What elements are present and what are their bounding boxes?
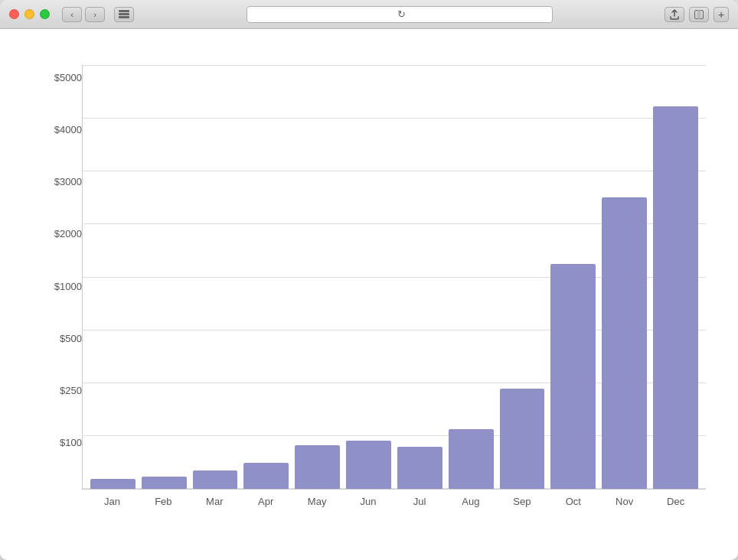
bar-may (295, 445, 340, 489)
chart-area: $5000 $4000 $3000 $2000 $1000 $500 $250 … (32, 65, 706, 524)
x-labels: JanFebMarAprMayJunJulAugSepOctNovDec (82, 490, 706, 524)
bar-aug (449, 429, 494, 489)
chart-plot: JanFebMarAprMayJunJulAugSepOctNovDec (82, 65, 706, 524)
y-label-500: $500 (60, 334, 82, 343)
minimize-button[interactable] (24, 9, 34, 19)
nav-buttons: ‹ › (62, 7, 105, 22)
address-bar-container: ↻ (140, 6, 658, 23)
svg-rect-1 (119, 13, 129, 15)
reload-icon: ↻ (397, 8, 406, 20)
traffic-lights (9, 9, 50, 19)
bar-group (346, 73, 391, 489)
bar-oct (550, 264, 596, 489)
bar-group (653, 73, 698, 489)
svg-rect-4 (697, 10, 701, 18)
bar-jul (397, 447, 442, 489)
chart-container: $5000 $4000 $3000 $2000 $1000 $500 $250 … (32, 65, 706, 524)
x-label-aug: Aug (448, 496, 493, 524)
bar-group (193, 73, 238, 489)
bar-group (142, 73, 187, 489)
bar-group (449, 73, 494, 489)
maximize-button[interactable] (40, 9, 50, 19)
bar-jun (346, 441, 391, 489)
bar-sep (500, 389, 545, 489)
bar-apr (243, 463, 289, 489)
forward-button[interactable]: › (85, 7, 105, 22)
bar-group (243, 73, 289, 489)
bar-feb (142, 477, 187, 489)
address-bar[interactable]: ↻ (247, 6, 553, 23)
bar-group (397, 73, 442, 489)
close-button[interactable] (9, 9, 19, 19)
bars-section (82, 65, 706, 490)
y-label-4000: $4000 (54, 125, 82, 135)
y-label-1000: $1000 (54, 282, 82, 291)
svg-rect-0 (119, 10, 129, 12)
browser-actions: + (665, 7, 729, 22)
x-label-jun: Jun (346, 496, 391, 524)
new-tab-button[interactable]: + (714, 7, 729, 22)
share-button[interactable] (665, 7, 684, 22)
bar-group (500, 73, 545, 489)
bar-dec (653, 106, 698, 489)
bar-group (602, 73, 647, 489)
x-label-mar: Mar (192, 496, 237, 524)
bar-nov (602, 197, 647, 489)
browser-window: ‹ › ↻ (0, 0, 738, 560)
x-label-feb: Feb (141, 496, 186, 524)
bar-mar (193, 470, 238, 489)
bar-group (90, 73, 136, 489)
bars-wrapper (83, 65, 706, 489)
back-button[interactable]: ‹ (62, 7, 82, 22)
x-label-jul: Jul (397, 496, 442, 524)
svg-rect-2 (119, 16, 129, 18)
y-label-100: $100 (60, 438, 82, 448)
y-label-250: $250 (60, 386, 82, 396)
x-label-may: May (295, 496, 340, 524)
bar-jan (90, 479, 136, 489)
y-label-2000: $2000 (54, 229, 82, 239)
tab-view-button[interactable] (114, 7, 134, 22)
x-label-dec: Dec (653, 496, 698, 524)
x-label-apr: Apr (243, 496, 289, 524)
y-label-5000: $5000 (54, 73, 82, 83)
x-label-oct: Oct (550, 496, 596, 524)
page-content: $5000 $4000 $3000 $2000 $1000 $500 $250 … (0, 29, 738, 560)
bar-group (295, 73, 340, 489)
x-label-nov: Nov (602, 496, 647, 524)
y-axis: $5000 $4000 $3000 $2000 $1000 $500 $250 … (32, 65, 82, 524)
x-label-jan: Jan (90, 496, 135, 524)
y-label-3000: $3000 (54, 177, 82, 187)
x-label-sep: Sep (499, 496, 544, 524)
window-button[interactable] (689, 7, 709, 22)
bar-group (550, 73, 596, 489)
browser-titlebar: ‹ › ↻ (0, 0, 738, 29)
